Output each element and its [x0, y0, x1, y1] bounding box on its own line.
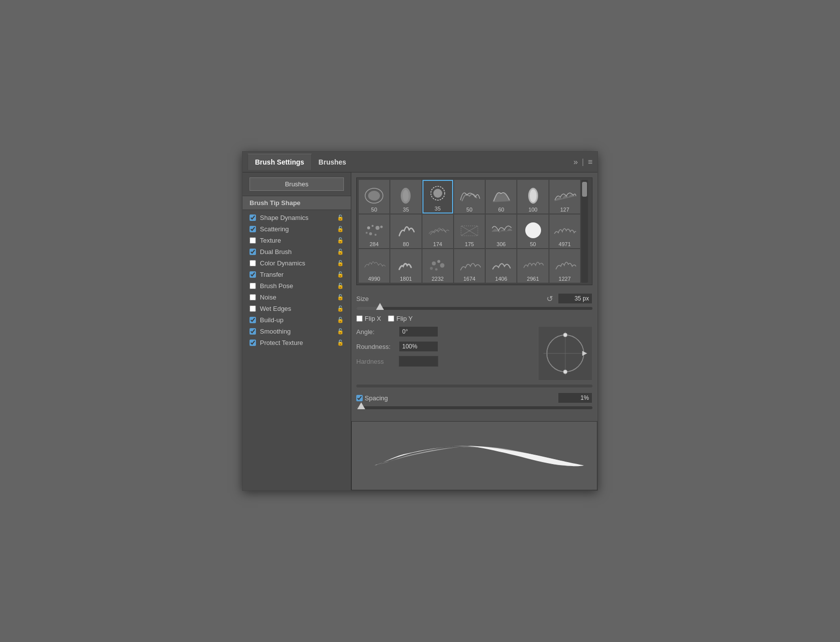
flip-y-item[interactable]: Flip Y [388, 315, 413, 322]
brush-cell-1[interactable]: 35 [390, 180, 421, 214]
option-transfer[interactable]: Transfer 🔓 [243, 269, 351, 280]
brush-cell-13[interactable]: 4971 [549, 214, 580, 248]
lock-icon-noise[interactable]: 🔓 [337, 294, 344, 300]
brush-cell-2[interactable]: 35 [422, 180, 453, 214]
roundness-input[interactable] [399, 341, 438, 352]
lock-icon-brush-pose[interactable]: 🔓 [337, 283, 344, 289]
checkbox-noise[interactable] [250, 294, 256, 300]
lock-icon-wet-edges[interactable]: 🔓 [337, 305, 344, 312]
brush-thumb-18 [489, 255, 513, 275]
lock-icon-texture[interactable]: 🔓 [337, 237, 344, 244]
checkbox-protect-texture[interactable] [250, 340, 256, 346]
angle-diagram[interactable] [538, 326, 592, 381]
option-noise[interactable]: Noise 🔓 [243, 292, 351, 303]
brush-cell-9[interactable]: 174 [422, 214, 453, 248]
svg-point-20 [437, 260, 440, 263]
lock-icon-shape-dynamics[interactable]: 🔓 [337, 214, 344, 221]
angle-input[interactable] [399, 326, 438, 337]
brush-cell-15[interactable]: 1801 [390, 249, 421, 283]
flip-x-checkbox[interactable] [356, 315, 363, 322]
checkbox-brush-pose[interactable] [250, 283, 256, 289]
checkbox-transfer[interactable] [250, 271, 256, 278]
option-dual-brush[interactable]: Dual Brush 🔓 [243, 246, 351, 257]
checkbox-scattering[interactable] [250, 226, 256, 232]
brush-cell-11[interactable]: 306 [486, 214, 516, 248]
lock-icon-color-dynamics[interactable]: 🔓 [337, 260, 344, 266]
checkbox-dual-brush[interactable] [250, 249, 256, 255]
lock-icon-smoothing[interactable]: 🔓 [337, 328, 344, 335]
brush-num-3: 50 [466, 207, 472, 213]
brush-cell-14[interactable]: 4990 [359, 249, 389, 283]
brush-thumb-20 [552, 255, 577, 275]
size-slider-handle[interactable] [376, 303, 384, 310]
option-texture[interactable]: Texture 🔓 [243, 235, 351, 246]
brushes-button[interactable]: Brushes [250, 177, 344, 191]
svg-point-14 [375, 234, 377, 236]
lock-icon-protect-texture[interactable]: 🔓 [337, 340, 344, 346]
brush-tip-shape-header[interactable]: Brush Tip Shape [243, 196, 351, 210]
size-slider-track[interactable] [356, 307, 592, 310]
brush-cell-10[interactable]: 175 [454, 214, 485, 248]
flip-y-checkbox[interactable] [388, 315, 394, 322]
option-color-dynamics[interactable]: Color Dynamics 🔓 [243, 257, 351, 269]
brush-grid-scrollbar[interactable] [581, 180, 588, 283]
svg-point-10 [376, 226, 379, 230]
brush-cell-12[interactable]: 50 [517, 214, 548, 248]
brush-cell-8[interactable]: 80 [390, 214, 421, 248]
option-buildup[interactable]: Build-up 🔓 [243, 314, 351, 326]
lock-icon-buildup[interactable]: 🔓 [337, 317, 344, 323]
brush-thumb-16 [425, 255, 450, 275]
checkbox-color-dynamics[interactable] [250, 260, 256, 266]
option-smoothing[interactable]: Smoothing 🔓 [243, 326, 351, 337]
flip-x-item[interactable]: Flip X [356, 315, 381, 322]
brush-cell-0[interactable]: 50 [359, 180, 389, 214]
brush-cell-16[interactable]: 2232 [422, 249, 453, 283]
size-slider-wrap [356, 307, 592, 310]
lock-icon-scattering[interactable]: 🔓 [337, 226, 344, 232]
brush-cell-5[interactable]: 100 [517, 180, 548, 214]
brush-thumb-2 [425, 185, 450, 205]
checkbox-buildup[interactable] [250, 317, 256, 323]
brush-cell-19[interactable]: 2961 [517, 249, 548, 283]
spacing-slider-track[interactable] [356, 406, 592, 409]
lock-icon-dual-brush[interactable]: 🔓 [337, 249, 344, 255]
size-reset-button[interactable]: ↺ [545, 294, 555, 303]
brush-cell-17[interactable]: 1674 [454, 249, 485, 283]
brush-cell-6[interactable]: 127 [549, 180, 580, 214]
checkbox-shape-dynamics[interactable] [250, 214, 256, 221]
option-protect-texture[interactable]: Protect Texture 🔓 [243, 337, 351, 348]
spacing-checkbox-label[interactable]: Spacing [356, 394, 388, 402]
svg-point-30 [563, 370, 567, 374]
tab-brushes[interactable]: Brushes [312, 154, 353, 170]
brush-cell-7[interactable]: 284 [359, 214, 389, 248]
spacing-slider-handle[interactable] [357, 402, 365, 409]
option-scattering[interactable]: Scattering 🔓 [243, 223, 351, 235]
spacing-checkbox[interactable] [356, 395, 363, 401]
checkbox-smoothing[interactable] [250, 328, 256, 335]
option-brush-pose[interactable]: Brush Pose 🔓 [243, 280, 351, 292]
spacing-input[interactable] [558, 392, 592, 403]
menu-icon[interactable]: ≡ [588, 158, 592, 167]
tab-brush-settings[interactable]: Brush Settings [248, 154, 312, 170]
lock-icon-transfer[interactable]: 🔓 [337, 271, 344, 278]
brush-num-15: 1801 [400, 276, 412, 282]
forward-icon[interactable]: » [574, 158, 578, 167]
svg-point-3 [403, 190, 409, 202]
brush-num-5: 100 [528, 207, 537, 213]
panel-header: Brush Settings Brushes » | ≡ [243, 152, 597, 172]
brush-cell-4[interactable]: 60 [486, 180, 516, 214]
option-wet-edges[interactable]: Wet Edges 🔓 [243, 303, 351, 314]
brush-cell-3[interactable]: 50 [454, 180, 485, 214]
svg-point-19 [432, 261, 436, 265]
brush-num-17: 1674 [463, 276, 475, 282]
spacing-slider-wrap [356, 406, 592, 409]
brush-cell-20[interactable]: 1227 [549, 249, 580, 283]
option-shape-dynamics[interactable]: Shape Dynamics 🔓 [243, 212, 351, 223]
brush-thumb-9 [425, 220, 450, 240]
size-input[interactable] [558, 293, 592, 304]
brush-num-14: 4990 [368, 276, 380, 282]
checkbox-wet-edges[interactable] [250, 305, 256, 312]
checkbox-texture[interactable] [250, 237, 256, 244]
brush-cell-18[interactable]: 1406 [486, 249, 516, 283]
flip-y-label: Flip Y [396, 315, 413, 322]
